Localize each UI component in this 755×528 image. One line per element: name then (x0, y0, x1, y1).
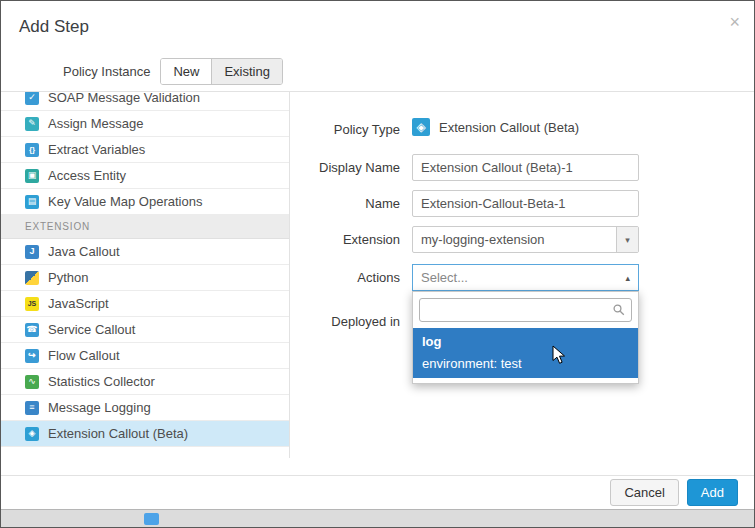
policy-instance-toggle: New Existing (160, 58, 283, 85)
extension-select[interactable]: my-logging-extension ▾ (412, 226, 639, 253)
assign-message-icon: ✎ (25, 117, 39, 131)
policy-item-extract-variables[interactable]: {} Extract Variables (1, 137, 289, 163)
policy-item-label: Access Entity (48, 168, 126, 183)
policy-list: ✓ SOAP Message Validation ✎ Assign Messa… (1, 92, 290, 458)
chevron-up-icon: ▴ (625, 273, 630, 283)
actions-select[interactable]: Select... ▴ (412, 264, 639, 291)
policy-type-value: ◈ Extension Callout (Beta) (412, 118, 579, 136)
statistics-collector-icon: ∿ (25, 375, 39, 389)
message-logging-icon: ≡ (25, 401, 39, 415)
policy-item-label: Key Value Map Operations (48, 194, 202, 209)
access-entity-icon: ▣ (25, 169, 39, 183)
policy-item-label: Assign Message (48, 116, 143, 131)
java-callout-icon: J (25, 245, 39, 259)
actions-option-log[interactable]: log (413, 331, 638, 353)
policy-item-message-logging[interactable]: ≡ Message Logging (1, 395, 289, 421)
display-name-label: Display Name (290, 160, 400, 175)
actions-option-environment-test[interactable]: environment: test (413, 353, 638, 375)
policy-item-label: Statistics Collector (48, 374, 155, 389)
policy-item-service-callout[interactable]: ☎ Service Callout (1, 317, 289, 343)
extension-callout-icon: ◈ (25, 427, 39, 441)
service-callout-icon: ☎ (25, 323, 39, 337)
policy-item-key-value-map-operations[interactable]: ▤ Key Value Map Operations (1, 189, 289, 215)
actions-dropdown: log environment: test (412, 291, 639, 384)
policy-item-java-callout[interactable]: J Java Callout (1, 239, 289, 265)
flow-callout-icon: ↪ (25, 349, 39, 363)
policy-item-soap-message-validation[interactable]: ✓ SOAP Message Validation (1, 92, 289, 111)
policy-item-label: Extension Callout (Beta) (48, 426, 188, 441)
add-button[interactable]: Add (687, 479, 738, 506)
policy-type-text: Extension Callout (Beta) (439, 120, 579, 135)
policy-item-label: Python (48, 270, 88, 285)
extract-variables-icon: {} (25, 143, 39, 157)
policy-item-flow-callout[interactable]: ↪ Flow Callout (1, 343, 289, 369)
policy-item-python[interactable]: Python (1, 265, 289, 291)
close-icon[interactable]: × (729, 13, 740, 31)
modal-header: Add Step × (1, 1, 754, 51)
policy-instance-label: Policy Instance (63, 64, 150, 79)
extension-callout-type-icon: ◈ (412, 118, 430, 136)
policy-item-assign-message[interactable]: ✎ Assign Message (1, 111, 289, 137)
background-page-icon (144, 513, 159, 525)
policy-instance-row: Policy Instance New Existing (1, 51, 754, 91)
actions-label: Actions (290, 270, 400, 285)
policy-item-label: Extract Variables (48, 142, 145, 157)
background-page (1, 510, 754, 527)
display-name-input[interactable] (412, 154, 639, 181)
policy-type-label: Policy Type (290, 122, 400, 137)
policy-item-label: Java Callout (48, 244, 120, 259)
policy-form: Policy Type ◈ Extension Callout (Beta) D… (290, 92, 754, 458)
add-step-modal: Add Step × Policy Instance New Existing … (1, 1, 754, 510)
policy-item-statistics-collector[interactable]: ∿ Statistics Collector (1, 369, 289, 395)
search-icon (613, 304, 625, 316)
mouse-cursor (552, 345, 566, 365)
policy-item-label: Service Callout (48, 322, 135, 337)
policy-item-javascript[interactable]: JS JavaScript (1, 291, 289, 317)
name-input[interactable] (412, 190, 639, 217)
policy-instance-new-button[interactable]: New (161, 59, 211, 84)
policy-item-label: SOAP Message Validation (48, 92, 200, 105)
soap-message-validation-icon: ✓ (25, 92, 39, 105)
policy-list-inner: ✓ SOAP Message Validation ✎ Assign Messa… (1, 92, 289, 447)
actions-select-value: Select... (421, 270, 468, 285)
chevron-down-icon[interactable]: ▾ (616, 227, 638, 252)
policy-item-label: Message Logging (48, 400, 151, 415)
actions-search-wrap (419, 298, 632, 322)
policy-item-label: JavaScript (48, 296, 109, 311)
modal-footer: Cancel Add (1, 475, 754, 509)
extension-select-value: my-logging-extension (413, 227, 616, 252)
modal-title: Add Step (1, 1, 754, 37)
screen: Add Step × Policy Instance New Existing … (0, 0, 755, 528)
extension-label: Extension (290, 232, 400, 247)
actions-option-group: log environment: test (413, 328, 638, 378)
policy-item-access-entity[interactable]: ▣ Access Entity (1, 163, 289, 189)
name-label: Name (290, 196, 400, 211)
policy-section-header-extension: EXTENSION (1, 215, 289, 239)
policy-instance-existing-button[interactable]: Existing (211, 59, 282, 84)
policy-item-extension-callout-beta[interactable]: ◈ Extension Callout (Beta) (1, 421, 289, 447)
actions-search-input[interactable] (419, 298, 632, 322)
cancel-button[interactable]: Cancel (610, 479, 678, 506)
policy-item-label: Flow Callout (48, 348, 120, 363)
javascript-icon: JS (25, 297, 39, 311)
python-icon (25, 271, 39, 285)
modal-body: ✓ SOAP Message Validation ✎ Assign Messa… (1, 91, 754, 458)
deployed-in-label: Deployed in (290, 314, 400, 329)
key-value-map-operations-icon: ▤ (25, 195, 39, 209)
